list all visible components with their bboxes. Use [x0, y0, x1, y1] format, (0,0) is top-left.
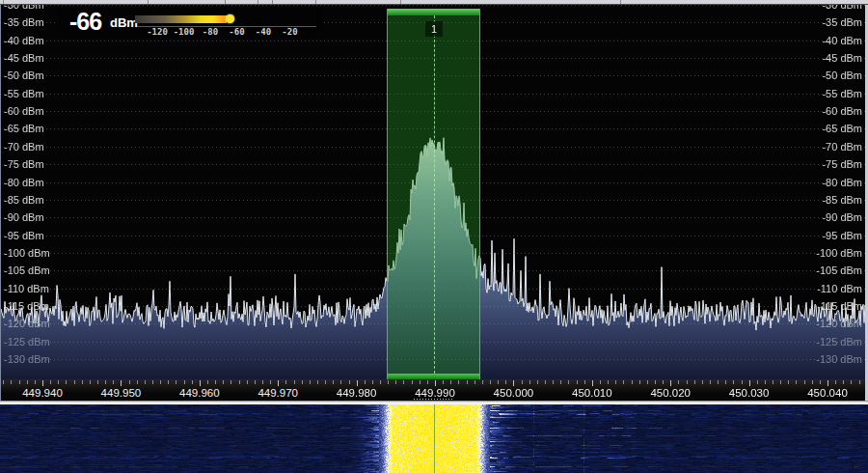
peak-power-unit: dBm	[110, 15, 138, 30]
freq-tick	[255, 380, 256, 384]
freq-tick	[584, 380, 585, 384]
power-axis-label: -115 dBm	[4, 299, 49, 313]
power-axis-label: -90 dBm	[822, 210, 862, 224]
freq-axis-label: 449.940	[22, 387, 63, 399]
freq-tick	[50, 380, 51, 384]
power-axis-label: -105 dBm	[816, 264, 862, 277]
tuning-center-line	[434, 15, 435, 374]
freq-tick	[90, 380, 91, 384]
waterfall-panel[interactable]	[0, 404, 868, 473]
channel-selection-box[interactable]: 1	[387, 9, 480, 379]
power-axis-label: -90 dBm	[4, 210, 44, 224]
freq-tick	[513, 380, 514, 386]
freq-tick	[639, 380, 640, 384]
freq-tick	[632, 380, 633, 384]
freq-tick	[537, 380, 538, 384]
freq-tick	[105, 380, 106, 384]
freq-tick	[207, 380, 208, 384]
freq-tick	[687, 380, 688, 384]
freq-tick	[490, 380, 491, 384]
toolbar-separator	[315, 0, 316, 4]
power-axis-label: -100 dBm	[4, 246, 50, 260]
power-axis-label: -45 dBm	[4, 51, 44, 65]
colorbar-scale-label: -20	[282, 27, 297, 37]
freq-tick	[285, 380, 286, 384]
power-axis-label: -120 dBm	[4, 317, 50, 330]
colorbar-scale-label: -40	[256, 27, 271, 37]
freq-tick	[200, 380, 201, 386]
freq-tick	[427, 380, 428, 384]
waterfall-tuning-line	[434, 404, 435, 473]
power-axis-label: -60 dBm	[4, 104, 44, 118]
freq-axis-label: 450.040	[807, 387, 848, 399]
freq-tick	[663, 380, 664, 384]
freq-tick	[412, 380, 413, 384]
freq-tick	[395, 380, 396, 384]
freq-tick	[11, 380, 12, 384]
freq-axis-label: 449.950	[101, 387, 142, 399]
freq-tick	[498, 380, 499, 384]
power-axis-label: -70 dBm	[822, 140, 862, 153]
freq-tick	[129, 380, 130, 384]
freq-tick	[718, 380, 719, 384]
freq-tick	[113, 380, 114, 384]
power-axis-label: -85 dBm	[822, 193, 862, 207]
freq-tick	[42, 380, 43, 386]
power-axis-label: -115 dBm	[817, 299, 862, 313]
toolbar-separator	[148, 0, 149, 4]
freq-tick	[577, 380, 578, 384]
freq-tick	[647, 380, 648, 384]
panel-splitter[interactable]	[0, 401, 868, 404]
freq-tick	[796, 380, 797, 384]
toolbar-strip[interactable]	[0, 0, 868, 5]
freq-tick	[788, 380, 789, 384]
freq-tick	[733, 380, 734, 384]
window-left-edge	[0, 5, 1, 401]
toolbar-separator	[3, 0, 4, 4]
power-axis-label: -120 dBm	[816, 317, 862, 330]
frequency-axis[interactable]: 449.940449.950449.960449.970449.980449.9…	[0, 379, 868, 401]
freq-tick	[780, 380, 781, 384]
sdr-app-window: -30 dBm-35 dBm-40 dBm-45 dBm-50 dBm-55 d…	[0, 0, 868, 473]
freq-tick	[372, 380, 373, 384]
spectrum-panel[interactable]: -30 dBm-35 dBm-40 dBm-45 dBm-50 dBm-55 d…	[0, 5, 868, 379]
freq-tick	[365, 380, 366, 384]
freq-tick	[560, 380, 561, 384]
channel-bottom-handle[interactable]	[388, 374, 479, 379]
power-axis-label: -50 dBm	[822, 69, 862, 82]
freq-tick	[340, 380, 341, 384]
freq-tick	[592, 380, 593, 386]
freq-tick	[74, 380, 75, 384]
freq-tick	[27, 380, 28, 384]
freq-tick	[97, 380, 98, 384]
freq-tick	[670, 380, 671, 386]
freq-tick	[145, 380, 146, 384]
freq-tick	[749, 380, 750, 386]
power-axis-label: -30 dBm	[822, 5, 862, 12]
freq-tick	[482, 380, 483, 384]
freq-tick	[568, 380, 569, 384]
freq-tick	[152, 380, 153, 384]
power-axis-label: -130 dBm	[816, 352, 862, 366]
freq-tick	[475, 380, 475, 384]
toolbar-separator	[400, 0, 401, 4]
freq-tick	[694, 380, 695, 384]
power-axis-label: -40 dBm	[4, 34, 44, 47]
freq-tick	[137, 380, 138, 384]
toolbar-separator	[620, 0, 621, 4]
channel-marker-badge[interactable]: 1	[425, 21, 443, 37]
colorbar-scale-label: -60	[229, 27, 244, 37]
colorbar-scale-label: -100	[174, 27, 195, 37]
freq-tick	[505, 380, 506, 384]
toolbar-separator	[258, 0, 258, 4]
channel-top-handle[interactable]	[388, 9, 479, 15]
colorbar-scale-label: -120	[147, 27, 168, 37]
freq-tick	[3, 380, 4, 384]
freq-tick	[835, 380, 836, 384]
freq-tick	[773, 380, 773, 384]
freq-tick	[420, 380, 420, 384]
peak-power-value: -66	[69, 8, 101, 36]
freq-tick	[270, 380, 271, 384]
freq-tick	[545, 380, 546, 384]
freq-tick	[710, 380, 711, 384]
